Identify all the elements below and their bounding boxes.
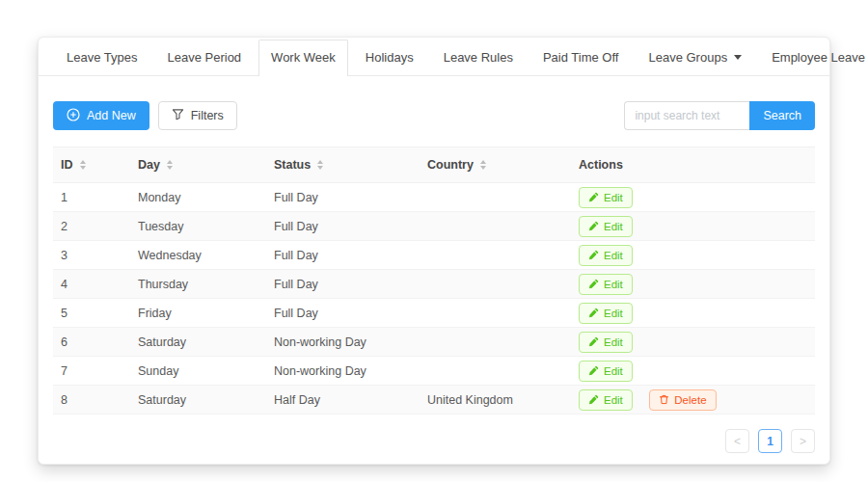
column-header-country[interactable]: Country: [420, 147, 571, 183]
filters-label: Filters: [191, 109, 224, 122]
table-row: 6 Saturday Non-working Day Edit: [53, 328, 815, 357]
edit-button[interactable]: Edit: [579, 245, 633, 266]
edit-button[interactable]: Edit: [579, 332, 633, 353]
filters-button[interactable]: Filters: [158, 101, 237, 130]
search-button[interactable]: Search: [749, 101, 815, 130]
cell-id: 5: [53, 299, 130, 328]
cell-day: Thursday: [130, 270, 266, 299]
tab-leave-rules[interactable]: Leave Rules: [431, 40, 526, 75]
cell-status: Full Day: [266, 270, 420, 299]
cell-status: Non-working Day: [266, 357, 420, 386]
cell-status: Half Day: [266, 386, 420, 415]
cell-country: [420, 212, 571, 241]
column-label: Actions: [579, 158, 623, 172]
column-header-day[interactable]: Day: [130, 147, 266, 183]
cell-actions: Edit: [571, 299, 815, 328]
next-page-button[interactable]: >: [791, 429, 815, 453]
tab-label: Leave Types: [67, 50, 137, 65]
cell-country: [420, 270, 571, 299]
cell-country: United Kingdom: [420, 386, 571, 415]
pencil-icon: [588, 279, 599, 289]
delete-button[interactable]: Delete: [649, 389, 716, 411]
column-header-actions: Actions: [571, 147, 815, 183]
sort-icon[interactable]: [167, 160, 173, 170]
cell-day: Friday: [130, 299, 266, 328]
pagination: < 1 >: [53, 429, 815, 453]
tab-label: Leave Rules: [444, 50, 513, 65]
cell-status: Full Day: [266, 299, 420, 328]
column-header-status[interactable]: Status: [266, 147, 420, 183]
tab-employee-leave-list[interactable]: Employee Leave List: [759, 40, 868, 75]
table-body: 1 Monday Full Day Edit 2 Tuesday Full Da…: [53, 183, 815, 415]
table-row: 5 Friday Full Day Edit: [53, 299, 815, 328]
table-row: 7 Sunday Non-working Day Edit: [53, 357, 815, 386]
cell-country: [420, 299, 571, 328]
cell-day: Wednesday: [130, 241, 266, 270]
table-row: 3 Wednesday Full Day Edit: [53, 241, 815, 270]
cell-actions: Edit: [571, 212, 815, 241]
cell-id: 3: [53, 241, 130, 270]
edit-button[interactable]: Edit: [579, 303, 633, 324]
cell-status: Full Day: [266, 212, 420, 241]
tab-work-week[interactable]: Work Week: [258, 40, 348, 76]
edit-button[interactable]: Edit: [579, 361, 633, 382]
cell-day: Saturday: [130, 328, 266, 357]
cell-id: 2: [53, 212, 130, 241]
cell-actions: Edit: [571, 357, 815, 386]
tab-leave-period[interactable]: Leave Period: [154, 40, 254, 75]
cell-actions: Edit: [571, 270, 815, 299]
tab-bar: Leave Types Leave Period Work Week Holid…: [39, 38, 829, 76]
tab-label: Leave Groups: [648, 50, 727, 65]
tab-paid-time-off[interactable]: Paid Time Off: [530, 40, 632, 75]
cell-id: 4: [53, 270, 130, 299]
cell-day: Sunday: [130, 357, 266, 386]
edit-button[interactable]: Edit: [579, 274, 633, 295]
leave-settings-panel: Leave Types Leave Period Work Week Holid…: [38, 37, 830, 465]
pencil-icon: [588, 250, 599, 260]
prev-page-button[interactable]: <: [725, 429, 749, 453]
column-label: Status: [274, 158, 311, 172]
pencil-icon: [588, 308, 599, 318]
plus-circle-icon: [67, 108, 80, 124]
tab-label: Employee Leave List: [772, 50, 868, 65]
sort-icon[interactable]: [480, 160, 486, 170]
cell-actions: Edit: [571, 328, 815, 357]
tab-label: Paid Time Off: [543, 50, 619, 65]
edit-button[interactable]: Edit: [579, 389, 633, 411]
tab-holidays[interactable]: Holidays: [353, 40, 426, 75]
tab-label: Leave Period: [167, 50, 241, 65]
cell-country: [420, 241, 571, 270]
pencil-icon: [588, 365, 599, 376]
column-header-id[interactable]: ID: [53, 147, 130, 183]
edit-label: Edit: [604, 365, 623, 377]
cell-actions: Edit: [571, 183, 815, 212]
cell-country: [420, 183, 571, 212]
trash-icon: [659, 394, 669, 405]
edit-label: Edit: [604, 336, 623, 348]
cell-id: 7: [53, 357, 130, 386]
cell-day: Saturday: [130, 386, 266, 415]
edit-button[interactable]: Edit: [579, 187, 633, 208]
column-label: Country: [427, 158, 474, 172]
table-row: 2 Tuesday Full Day Edit: [53, 212, 815, 241]
edit-label: Edit: [604, 250, 623, 261]
tab-leave-types[interactable]: Leave Types: [54, 40, 149, 75]
sort-icon[interactable]: [317, 160, 323, 170]
page-number-button[interactable]: 1: [758, 429, 782, 453]
cell-day: Monday: [130, 183, 266, 212]
search-group: Search: [624, 101, 815, 130]
tab-label: Work Week: [271, 50, 336, 65]
pencil-icon: [588, 192, 599, 202]
edit-button[interactable]: Edit: [579, 216, 633, 237]
cell-actions: Edit: [571, 241, 815, 270]
cell-id: 1: [53, 183, 130, 212]
search-input[interactable]: [624, 101, 749, 130]
sort-icon[interactable]: [80, 160, 86, 170]
edit-label: Edit: [604, 308, 623, 319]
table-row: 4 Thursday Full Day Edit: [53, 270, 815, 299]
column-label: ID: [61, 158, 73, 172]
work-week-table: ID Day Status Country Actions: [53, 147, 815, 415]
table-row: 1 Monday Full Day Edit: [53, 183, 815, 212]
add-new-button[interactable]: Add New: [53, 101, 149, 130]
tab-leave-groups[interactable]: Leave Groups: [636, 40, 754, 75]
